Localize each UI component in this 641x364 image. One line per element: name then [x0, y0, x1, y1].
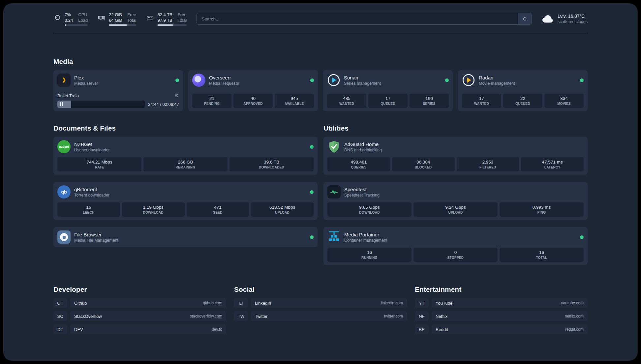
- service-description: Movie management: [479, 81, 515, 86]
- bookmark-name: LinkedIn: [255, 301, 271, 306]
- service-card-overseerr[interactable]: Overseerr Media Requests 21 PENDING 40 A…: [188, 70, 318, 111]
- bookmark-abbr: DT: [53, 324, 67, 334]
- bookmark-linkedin[interactable]: LI LinkedIn linkedin.com: [234, 298, 407, 308]
- stat-block: 39.6 TB DOWNLOADED: [229, 157, 314, 171]
- service-card-plex[interactable]: Plex Media server Bullet Train ⚙: [53, 70, 183, 111]
- stat-block: 834 MOVIES: [544, 94, 584, 108]
- bookmark-url: github.com: [203, 301, 222, 305]
- bookmark-name: StackOverflow: [74, 314, 102, 319]
- bookmark-url: twitter.com: [384, 314, 403, 318]
- search-input[interactable]: [197, 13, 518, 24]
- bookmark-name: Twitter: [255, 314, 267, 319]
- plex-icon: [57, 74, 71, 87]
- service-name: qBittorrent: [74, 186, 109, 193]
- speedtest-icon: [327, 185, 341, 198]
- disk-free-value: 52.4 TB: [157, 12, 172, 17]
- pause-icon[interactable]: [60, 102, 63, 106]
- bookmark-name: Reddit: [436, 327, 448, 332]
- status-dot: [310, 145, 314, 149]
- disk-widget: 52.4 TB Free 97.9 TB Total: [146, 12, 187, 26]
- bookmark-reddit[interactable]: RE Reddit reddit.com: [415, 324, 588, 334]
- stat-block: 16 TOTAL: [500, 248, 584, 262]
- bookmark-abbr: YT: [415, 298, 429, 308]
- bookmark-groups: Developer GH Github github.com SO StackO…: [53, 286, 588, 348]
- service-description: Torrent downloader: [74, 193, 109, 198]
- memory-usage-bar-fill: [109, 24, 127, 26]
- weather-widget: Lviv, 16.87°C scattered clouds: [542, 14, 588, 24]
- stat-block: 17 QUEUED: [368, 94, 408, 108]
- settings-gear-icon[interactable]: ⚙: [175, 93, 179, 99]
- filebrowser-icon: [57, 230, 71, 244]
- stat-block: 16 RUNNING: [327, 248, 412, 262]
- qbittorrent-icon: qb: [57, 185, 71, 198]
- stat-block: 0 STOPPED: [413, 248, 498, 262]
- memory-widget: 22 GiB Free 64 GiB Total: [98, 12, 136, 26]
- bookmark-url: linkedin.com: [381, 301, 403, 305]
- bookmark-name: Github: [74, 301, 87, 306]
- memory-total-value: 64 GiB: [109, 17, 122, 23]
- resource-widgets: 7% CPU 3.24 Load: [53, 12, 187, 26]
- memory-free-label: Free: [127, 12, 136, 17]
- memory-free-value: 22 GiB: [109, 12, 122, 17]
- service-card-sonarr[interactable]: Sonarr Series management 485 WANTED 17 Q…: [323, 70, 453, 111]
- service-card-qbittorrent[interactable]: qb qBittorrent Torrent downloader 16 LEE…: [53, 182, 318, 220]
- nzbget-icon: nzbget: [57, 140, 71, 153]
- disk-total-label: Total: [178, 17, 187, 23]
- service-card-adguard[interactable]: AdGuard Home DNS and adblocking 498,461 …: [323, 137, 588, 175]
- dashboard-panel: 7% CPU 3.24 Load: [3, 3, 638, 361]
- disk-icon: [146, 14, 154, 21]
- bookmark-github[interactable]: GH Github github.com: [53, 298, 226, 308]
- bookmark-abbr: LI: [234, 298, 248, 308]
- bookmark-group-developer: Developer GH Github github.com SO StackO…: [53, 286, 226, 334]
- bookmark-dev[interactable]: DT DEV dev.to: [53, 324, 226, 334]
- bookmark-group-social: Social LI LinkedIn linkedin.com TW Twitt…: [234, 286, 407, 321]
- stat-block: 485 WANTED: [327, 94, 366, 108]
- service-description: Container management: [344, 238, 387, 243]
- service-card-portainer[interactable]: Media Portainer Container management 16 …: [323, 227, 588, 265]
- bookmark-group-entertainment: Entertainment YT YouTube youtube.com NF …: [415, 286, 588, 334]
- service-name: Radarr: [479, 75, 515, 81]
- disk-usage-bar: [157, 24, 187, 26]
- section-documents: Documents & Files nzbget NZBGet Usenet d…: [53, 124, 318, 265]
- status-dot: [310, 235, 314, 239]
- search-bar: G: [197, 13, 532, 25]
- memory-total-label: Total: [127, 17, 136, 23]
- cpu-usage-label: CPU: [78, 12, 88, 17]
- service-card-speedtest[interactable]: Speedtest Speedtest Tracking 9.65 Gbps D…: [323, 182, 588, 220]
- bookmark-netflix[interactable]: NF Netflix netflix.com: [415, 311, 588, 321]
- cpu-load-label: Load: [78, 17, 88, 23]
- service-name: Overseerr: [209, 75, 239, 81]
- playback-progress-bar[interactable]: [57, 101, 145, 108]
- cpu-usage-value: 7%: [65, 12, 73, 17]
- stat-block: 945 AVAILABLE: [275, 94, 314, 108]
- stat-block: 196 SERIES: [410, 94, 449, 108]
- search-provider-button[interactable]: G: [518, 13, 532, 24]
- bookmark-name: DEV: [74, 327, 83, 332]
- topbar: 7% CPU 3.24 Load: [53, 12, 588, 26]
- bookmark-abbr: SO: [53, 311, 67, 321]
- bookmark-twitter[interactable]: TW Twitter twitter.com: [234, 311, 407, 321]
- service-card-radarr[interactable]: Radarr Movie management 17 WANTED 22 QUE…: [458, 70, 588, 111]
- weather-location: Lviv, 16.87°C: [558, 14, 588, 19]
- service-name: File Browser: [74, 231, 118, 238]
- service-description: DNS and adblocking: [344, 147, 382, 153]
- bookmark-url: netflix.com: [565, 314, 584, 318]
- stat-block: 47.571 ms LATENCY: [521, 157, 584, 171]
- service-card-filebrowser[interactable]: File Browser Media File Management: [53, 227, 318, 247]
- stat-block: 9.65 Gbps DOWNLOAD: [327, 202, 412, 217]
- section-title-media: Media: [53, 58, 588, 66]
- bookmark-stackoverflow[interactable]: SO StackOverflow stackoverflow.com: [53, 311, 226, 321]
- service-card-nzbget[interactable]: nzbget NZBGet Usenet downloader 744.21 M…: [53, 137, 318, 175]
- disk-total-value: 97.9 TB: [157, 17, 172, 23]
- bookmark-abbr: RE: [415, 324, 429, 334]
- bookmark-youtube[interactable]: YT YouTube youtube.com: [415, 298, 588, 308]
- stat-block: 0.993 ms PING: [500, 202, 584, 217]
- service-name: Media Portainer: [344, 231, 387, 238]
- cloud-icon: [542, 14, 554, 24]
- screen: 7% CPU 3.24 Load: [0, 0, 641, 364]
- disk-usage-bar-fill: [157, 24, 173, 26]
- bookmark-abbr: TW: [234, 311, 248, 321]
- stat-block: 22 QUEUED: [503, 94, 542, 108]
- sonarr-icon: [327, 74, 340, 87]
- cpu-load-value: 3.24: [65, 17, 73, 23]
